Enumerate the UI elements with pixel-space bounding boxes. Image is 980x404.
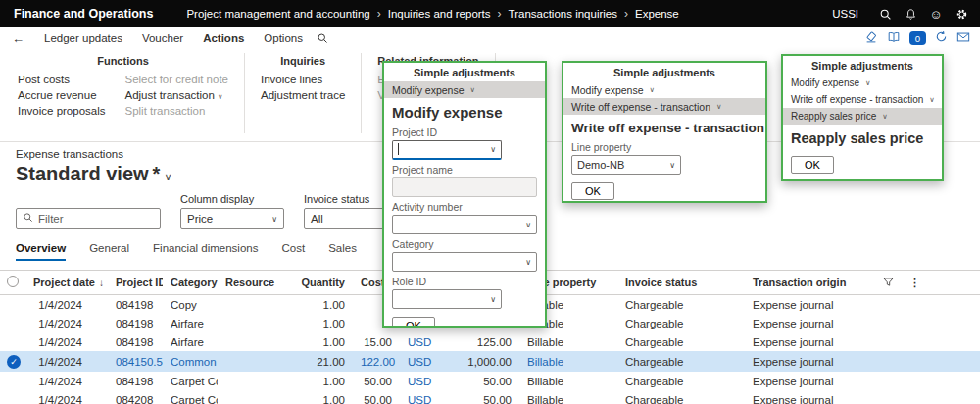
cell-cost-price[interactable]: 122.00	[353, 351, 400, 372]
ok-button[interactable]: OK	[791, 156, 834, 174]
table-row[interactable]: 1/4/2024084198Airfare1.0015.00USD125.00B…	[0, 332, 980, 351]
refresh-icon[interactable]	[935, 30, 948, 46]
cell-quantity: 1.00	[284, 295, 353, 315]
action-invoice-lines[interactable]: Invoice lines	[261, 74, 345, 85]
tab-general[interactable]: General	[89, 242, 129, 261]
settings-gear-icon[interactable]	[949, 1, 974, 26]
activity-number-label: Activity number	[392, 201, 537, 213]
eraser-icon[interactable]	[864, 30, 878, 47]
menu-item-write-off-expense[interactable]: Write off expense - transaction∨	[783, 91, 942, 108]
menu-item-modify-expense[interactable]: Modify expense∨	[564, 81, 765, 98]
action-group-title: Functions	[18, 55, 228, 67]
bell-icon[interactable]	[898, 1, 923, 26]
chevron-down-icon: ∨	[669, 161, 675, 170]
cell-sales-price: 125.00	[433, 332, 519, 351]
tab-overview[interactable]: Overview	[16, 242, 66, 261]
action-adjustment-trace[interactable]: Adjustment trace	[261, 89, 345, 101]
cell-category[interactable]: Common	[163, 351, 218, 372]
company-picker[interactable]: USSI	[832, 8, 858, 20]
ok-button[interactable]: OK	[571, 182, 614, 200]
chevron-down-icon: ∨	[716, 102, 722, 111]
menu-item-reapply-sales-price[interactable]: Reapply sales price∨	[783, 108, 942, 125]
cell-cost-price: 15.00	[353, 332, 400, 351]
cell-invoice-status: Chargeable	[617, 332, 745, 351]
col-category[interactable]: Category	[163, 271, 218, 295]
command-bar: ← Ledger updates Voucher Actions Options…	[0, 27, 980, 49]
col-transaction-origin[interactable]: Transaction origin	[745, 271, 902, 295]
cell-currency[interactable]: USD	[400, 372, 433, 390]
column-display-dropdown[interactable]: Price∨	[180, 208, 284, 229]
cell-transaction-origin: Expense journal	[745, 372, 902, 390]
row-selected-check-icon[interactable]: ✓	[7, 355, 21, 369]
command-search-icon[interactable]	[317, 32, 328, 44]
tab-cost[interactable]: Cost	[281, 242, 305, 261]
role-id-combo[interactable]: ∨	[392, 289, 502, 309]
table-row[interactable]: 1/4/2024084198Carpet Co...1.0050.00USD50…	[0, 372, 980, 390]
cell-cost-price: 50.00	[353, 372, 400, 390]
cell-sales-price: 50.00	[433, 390, 519, 404]
cell-transaction-origin: Expense journal	[745, 332, 902, 351]
breadcrumb-item[interactable]: Expense	[635, 8, 679, 20]
col-resource[interactable]: Resource	[218, 271, 284, 295]
menu-options[interactable]: Options	[254, 32, 313, 44]
cell-transaction-origin: Expense journal	[745, 390, 902, 404]
search-icon[interactable]	[872, 1, 898, 26]
menu-item-write-off-expense[interactable]: Write off expense - transaction∨	[564, 98, 765, 115]
action-invoice-proposals[interactable]: Invoice proposals	[18, 105, 106, 117]
menu-actions[interactable]: Actions	[193, 32, 254, 44]
menu-voucher[interactable]: Voucher	[132, 32, 193, 44]
table-row[interactable]: ✓1/4/2024084150.50Common21.00122.00USD1,…	[0, 351, 980, 372]
project-id-combo[interactable]: ∨	[392, 140, 502, 160]
menu-item-modify-expense[interactable]: Modify expense∨	[783, 75, 942, 91]
cell-invoice-status: Chargeable	[617, 314, 745, 332]
table-row[interactable]: 1/4/2024084208Carpet Co...1.0050.00USD50…	[0, 390, 980, 404]
breadcrumb-item[interactable]: Project management and accounting	[186, 8, 369, 20]
read-book-icon[interactable]	[887, 30, 901, 47]
menu-item-modify-expense[interactable]: Modify expense∨	[384, 81, 545, 98]
breadcrumb-item[interactable]: Inquiries and reports	[388, 8, 491, 20]
col-project-date[interactable]: Project date↓	[25, 271, 108, 295]
cell-project-id: 084198	[108, 372, 163, 390]
cell-project-date: 1/4/2024	[25, 390, 108, 404]
chevron-down-icon: ∨	[929, 95, 935, 104]
chevron-down-icon: ∨	[164, 171, 172, 183]
action-accrue-revenue[interactable]: Accrue revenue	[18, 89, 106, 101]
cell-line-property[interactable]: Billable	[519, 351, 617, 372]
chevron-down-icon: ∨	[865, 78, 871, 87]
ok-button[interactable]: OK	[392, 317, 435, 328]
mail-icon[interactable]	[956, 30, 970, 47]
role-id-label: Role ID	[392, 276, 537, 287]
tab-sales[interactable]: Sales	[328, 242, 357, 261]
activity-number-combo[interactable]: ∨	[392, 215, 537, 234]
menu-ledger-updates[interactable]: Ledger updates	[34, 32, 132, 44]
category-combo[interactable]: ∨	[392, 252, 537, 272]
col-project-id[interactable]: Project ID	[108, 271, 163, 295]
cell-quantity: 1.00	[284, 372, 353, 390]
back-arrow-icon[interactable]: ←	[12, 31, 24, 46]
flyout-header: Modify expense	[384, 98, 545, 124]
filter-funnel-icon[interactable]	[883, 278, 894, 287]
category-label: Category	[392, 238, 537, 250]
cell-currency[interactable]: USD	[400, 332, 433, 351]
cell-quantity: 1.00	[284, 314, 353, 332]
grid-more-options-icon[interactable]: ⋮	[909, 277, 920, 288]
cell-currency[interactable]: USD	[400, 390, 433, 404]
sort-descending-icon: ↓	[99, 278, 104, 288]
search-icon	[23, 212, 33, 226]
cell-project-id[interactable]: 084150.50	[108, 351, 163, 372]
tab-financial-dimensions[interactable]: Financial dimensions	[153, 242, 258, 261]
cell-currency[interactable]: USD	[400, 351, 433, 372]
cell-resource	[218, 314, 284, 332]
select-all-circle[interactable]	[7, 276, 19, 287]
feedback-smiley-icon[interactable]: ☺	[923, 1, 949, 26]
breadcrumb-item[interactable]: Transactions inquiries	[509, 8, 617, 20]
line-property-combo[interactable]: Demo-NB∨	[571, 155, 681, 175]
col-quantity[interactable]: Quantity	[284, 271, 353, 295]
action-adjust-transaction[interactable]: Adjust transaction∨	[125, 89, 228, 101]
col-invoice-status[interactable]: Invoice status	[617, 271, 745, 295]
message-count-badge[interactable]: 0	[909, 31, 926, 45]
chevron-down-icon: ∨	[650, 85, 656, 94]
grid-filter-input[interactable]: Filter	[16, 208, 161, 229]
cell-quantity: 1.00	[284, 332, 353, 351]
action-post-costs[interactable]: Post costs	[18, 74, 106, 85]
